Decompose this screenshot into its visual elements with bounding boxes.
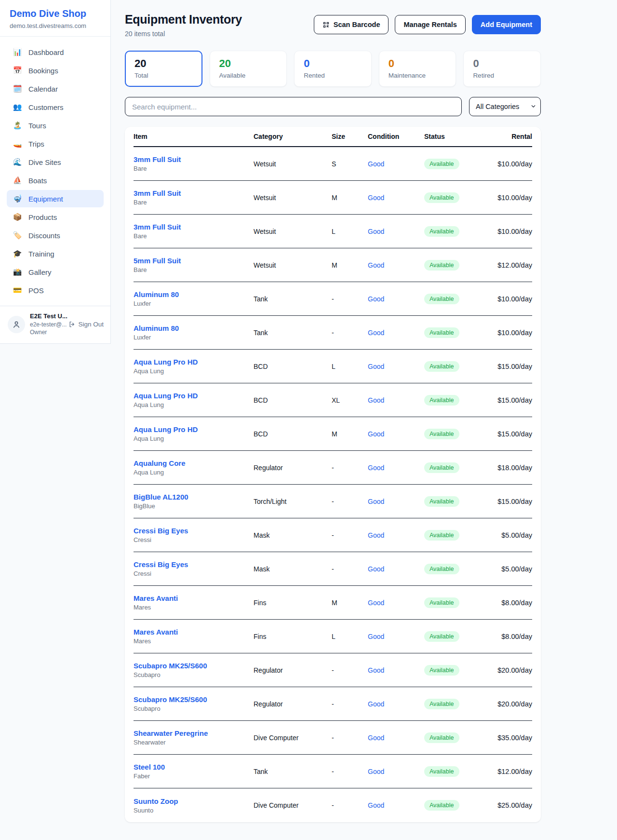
search-input[interactable] — [125, 97, 462, 116]
item-cell: 3mm Full Suit Bare — [134, 223, 254, 240]
condition-link[interactable]: Good — [368, 329, 424, 337]
item-name-link-suunto-zoop[interactable]: Suunto Zoop — [134, 797, 254, 805]
sidebar-item-discounts[interactable]: 🏷️ Discounts — [7, 227, 104, 244]
category-cell: Tank — [254, 295, 332, 303]
item-cell: Mares Avanti Mares — [134, 628, 254, 645]
condition-link[interactable]: Good — [368, 464, 424, 472]
item-brand: Faber — [134, 772, 254, 780]
stat-card-total[interactable]: 20 Total — [125, 51, 202, 87]
item-name-link-cressi-big-eyes[interactable]: Cressi Big Eyes — [134, 560, 254, 569]
sidebar-item-products[interactable]: 📦 Products — [7, 208, 104, 226]
scan-barcode-label: Scan Barcode — [334, 21, 380, 28]
column-header-rental: Rental — [483, 133, 532, 140]
item-name-link-scubapro-mk25-s600[interactable]: Scubapro MK25/S600 — [134, 695, 254, 704]
condition-link[interactable]: Good — [368, 633, 424, 640]
condition-link[interactable]: Good — [368, 498, 424, 505]
condition-link[interactable]: Good — [368, 531, 424, 539]
item-name-link-3mm-full-suit[interactable]: 3mm Full Suit — [134, 189, 254, 197]
item-name-link-aqua-lung-pro-hd[interactable]: Aqua Lung Pro HD — [134, 358, 254, 366]
category-select[interactable]: All Categories — [469, 97, 541, 116]
status-badge: Available — [424, 429, 459, 439]
condition-link[interactable]: Good — [368, 599, 424, 607]
item-cell: Mares Avanti Mares — [134, 594, 254, 611]
category-cell: BCD — [254, 363, 332, 370]
stat-card-available[interactable]: 20 Available — [210, 51, 287, 87]
condition-link[interactable]: Good — [368, 261, 424, 269]
sidebar-item-pos[interactable]: 💳 POS — [7, 282, 104, 299]
category-cell: Torch/Light — [254, 498, 332, 505]
condition-link[interactable]: Good — [368, 396, 424, 404]
item-name-link-aluminum-80[interactable]: Aluminum 80 — [134, 290, 254, 298]
sidebar-item-trips[interactable]: 🚤 Trips — [7, 135, 104, 152]
condition-link[interactable]: Good — [368, 228, 424, 235]
sidebar-item-training[interactable]: 🎓 Training — [7, 245, 104, 262]
item-name-link-aqua-lung-pro-hd[interactable]: Aqua Lung Pro HD — [134, 392, 254, 400]
sidebar-item-customers[interactable]: 👥 Customers — [7, 98, 104, 116]
sidebar: Demo Dive Shop demo.test.divestreams.com… — [0, 0, 111, 344]
equipment-table: Item Category Size Condition Status Rent… — [125, 127, 541, 822]
condition-link[interactable]: Good — [368, 666, 424, 674]
condition-link[interactable]: Good — [368, 801, 424, 809]
status-cell: Available — [424, 226, 483, 237]
item-name-link-aqua-lung-pro-hd[interactable]: Aqua Lung Pro HD — [134, 425, 254, 434]
header-actions: Scan Barcode Manage Rentals Add Equipmen… — [314, 13, 541, 34]
scan-barcode-button[interactable]: Scan Barcode — [314, 15, 389, 34]
item-name-link-mares-avanti[interactable]: Mares Avanti — [134, 594, 254, 602]
stat-card-rented[interactable]: 0 Rented — [294, 51, 372, 87]
sidebar-item-tours[interactable]: 🏝️ Tours — [7, 117, 104, 134]
category-cell: Wetsuit — [254, 228, 332, 235]
item-name-link-bigblue-al1200[interactable]: BigBlue AL1200 — [134, 493, 254, 501]
item-name-link-mares-avanti[interactable]: Mares Avanti — [134, 628, 254, 636]
items-total-count: 20 items total — [125, 30, 242, 38]
status-badge: Available — [424, 496, 459, 507]
sidebar-item-boats[interactable]: ⛵ Boats — [7, 172, 104, 189]
sidebar-item-label: Customers — [28, 103, 64, 111]
condition-link[interactable]: Good — [368, 565, 424, 573]
category-cell: Fins — [254, 599, 332, 607]
stat-card-maintenance[interactable]: 0 Maintenance — [379, 51, 456, 87]
item-name-link-5mm-full-suit[interactable]: 5mm Full Suit — [134, 257, 254, 265]
condition-link[interactable]: Good — [368, 700, 424, 708]
stat-value: 20 — [134, 57, 193, 70]
table-row: Aluminum 80 Luxfer Tank - Good Available… — [134, 316, 532, 350]
item-name-link-shearwater-peregrine[interactable]: Shearwater Peregrine — [134, 729, 254, 737]
sign-out-button[interactable]: Sign Out — [68, 321, 104, 328]
sidebar-item-dashboard[interactable]: 📊 Dashboard — [7, 43, 104, 61]
status-badge: Available — [424, 327, 459, 338]
sidebar-item-gallery[interactable]: 📸 Gallery — [7, 263, 104, 281]
item-name-link-aluminum-80[interactable]: Aluminum 80 — [134, 324, 254, 332]
rental-price: $12.00/day — [483, 768, 532, 775]
sidebar-item-equipment[interactable]: 🤿 Equipment — [7, 190, 104, 207]
sidebar-item-dive-sites[interactable]: 🌊 Dive Sites — [7, 153, 104, 171]
sidebar-item-label: Dashboard — [28, 48, 64, 56]
condition-link[interactable]: Good — [368, 430, 424, 438]
item-name-link-cressi-big-eyes[interactable]: Cressi Big Eyes — [134, 527, 254, 535]
condition-link[interactable]: Good — [368, 160, 424, 168]
category-cell: Wetsuit — [254, 160, 332, 168]
category-cell: Tank — [254, 329, 332, 337]
item-cell: Shearwater Peregrine Shearwater — [134, 729, 254, 746]
condition-link[interactable]: Good — [368, 194, 424, 202]
table-row: Aqua Lung Pro HD Aqua Lung BCD XL Good A… — [134, 383, 532, 417]
item-name-link-3mm-full-suit[interactable]: 3mm Full Suit — [134, 155, 254, 163]
item-name-link-3mm-full-suit[interactable]: 3mm Full Suit — [134, 223, 254, 231]
table-row: Shearwater Peregrine Shearwater Dive Com… — [134, 721, 532, 755]
status-badge: Available — [424, 260, 459, 271]
condition-link[interactable]: Good — [368, 295, 424, 303]
item-name-link-steel-100[interactable]: Steel 100 — [134, 763, 254, 771]
sidebar-item-calendar[interactable]: 🗓️ Calendar — [7, 80, 104, 97]
condition-link[interactable]: Good — [368, 768, 424, 775]
filter-row: All Categories — [125, 97, 541, 116]
item-name-link-aqualung-core[interactable]: Aqualung Core — [134, 459, 254, 467]
add-equipment-button[interactable]: Add Equipment — [472, 15, 541, 34]
condition-link[interactable]: Good — [368, 363, 424, 370]
item-name-link-scubapro-mk25-s600[interactable]: Scubapro MK25/S600 — [134, 662, 254, 670]
stat-card-retired[interactable]: 0 Retired — [463, 51, 541, 87]
condition-link[interactable]: Good — [368, 734, 424, 742]
nav-icon-products: 📦 — [13, 213, 22, 221]
item-cell: Aqua Lung Pro HD Aqua Lung — [134, 392, 254, 408]
table-row: Suunto Zoop Suunto Dive Computer - Good … — [134, 788, 532, 822]
sidebar-item-bookings[interactable]: 📅 Bookings — [7, 62, 104, 79]
manage-rentals-button[interactable]: Manage Rentals — [395, 15, 465, 34]
status-badge: Available — [424, 192, 459, 203]
